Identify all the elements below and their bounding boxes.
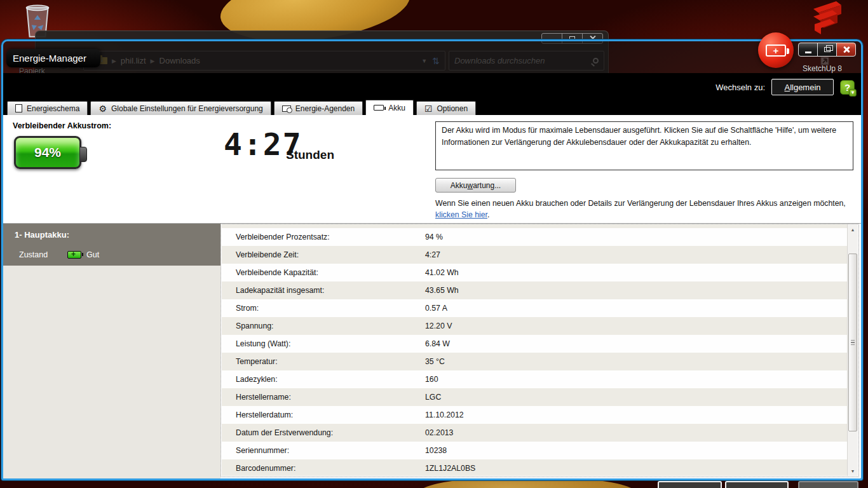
battery-percent: 94% xyxy=(34,145,61,160)
detail-label: Herstellername: xyxy=(222,393,425,402)
table-row: Ladekapazität insgesamt:43.65 Wh xyxy=(222,281,847,299)
detail-value: 41.02 Wh xyxy=(425,268,459,277)
switch-to-label: Wechseln zu: xyxy=(715,83,765,92)
energy-manager-logo-icon: + xyxy=(758,32,794,68)
detail-label: Herstellerdatum: xyxy=(222,410,425,419)
detail-label: Verbleibende Kapazität: xyxy=(222,268,425,277)
tab-content: Verbleibender Akkustrom: 94% 4:27 Stunde… xyxy=(3,115,861,478)
restore-icon xyxy=(824,47,831,52)
table-row: Spannung:12.20 V xyxy=(222,317,847,335)
battery-details-table: Verbleibender Prozentsatz:94 % Verbleibe… xyxy=(220,224,859,477)
tab-energieschema[interactable]: Energieschema xyxy=(7,101,88,115)
table-row: Strom:0.57 A xyxy=(222,299,847,317)
detail-label: Leistung (Watt): xyxy=(222,339,425,348)
sketchup-label[interactable]: SketchUp 8 xyxy=(803,64,842,73)
detail-label: Seriennummer: xyxy=(222,446,425,455)
remaining-charge-label: Verbleibender Akkustrom: xyxy=(13,121,111,130)
minimize-icon xyxy=(805,51,811,53)
detail-value: 1ZL1J2AL0BS xyxy=(425,464,475,473)
table-row: Datum der Erstverwendung:02.2013 xyxy=(222,424,847,442)
detail-value: 35 °C xyxy=(425,357,445,366)
window-controls xyxy=(799,43,856,57)
click-here-link[interactable]: klicken Sie hier xyxy=(435,210,487,219)
table-row: Verbleibender Prozentsatz:94 % xyxy=(222,228,847,246)
detail-label: Ladezyklen: xyxy=(222,375,425,384)
bottom-partial-button-2[interactable] xyxy=(725,481,789,488)
detail-label: Ladekapazität insgesamt: xyxy=(222,286,425,295)
detail-value: 02.2013 xyxy=(425,428,453,437)
help-icon[interactable]: ? ▾ xyxy=(840,80,855,95)
table-rows: Verbleibender Prozentsatz:94 % Verbleibe… xyxy=(222,224,847,476)
battery-side-panel: 1- Hauptakku: Zustand Gut xyxy=(3,224,220,478)
state-label: Zustand xyxy=(19,250,48,259)
battery-mode-info-box: Der Akku wird im Modus für maximale Lebe… xyxy=(435,121,853,170)
tab-akku[interactable]: Akku xyxy=(365,100,414,115)
close-icon xyxy=(843,46,850,53)
battery-graphic: 94% xyxy=(14,136,81,169)
tab-bar: Energieschema ⚙ Globale Einstellungen fü… xyxy=(3,100,861,115)
state-value: Gut xyxy=(86,250,99,259)
remaining-time-unit: Stunden xyxy=(286,148,334,162)
detail-value: 43.65 Wh xyxy=(425,286,459,295)
minimize-button[interactable] xyxy=(798,43,818,57)
detail-value: 4:27 xyxy=(425,250,440,259)
battery-icon xyxy=(374,105,384,111)
header-bar: Wechseln zu: Allgemein ? ▾ xyxy=(3,73,861,100)
battery-hint-text: Wenn Sie einen neuen Akku brauchen oder … xyxy=(435,198,861,209)
gear-icon: ⚙ xyxy=(98,104,107,113)
table-row: Temperatur:35 °C xyxy=(222,353,847,370)
table-scrollbar[interactable]: ▲ ▼ xyxy=(847,224,858,476)
checkbox-icon: ☑ xyxy=(424,104,433,113)
detail-label: Verbleibende Zeit: xyxy=(222,250,425,259)
help-dropdown-icon[interactable]: ▾ xyxy=(849,89,857,97)
table-row: Seriennummer:10238 xyxy=(222,442,847,459)
detail-label: Spannung: xyxy=(222,322,425,330)
detail-value: 94 % xyxy=(425,233,443,241)
window-title: Energie-Manager xyxy=(6,49,100,67)
close-button[interactable] xyxy=(836,43,856,57)
detail-label: Datum der Erstverwendung: xyxy=(222,428,425,437)
detail-value: 6.84 W xyxy=(425,339,450,348)
table-row: Ladezyklen:160 xyxy=(222,370,847,388)
table-row: Herstellername:LGC xyxy=(222,388,847,406)
table-row: Barcodenummer:1ZL1J2AL0BS xyxy=(222,459,847,476)
hint-period: . xyxy=(487,210,489,219)
energy-manager-window: Energie-Manager Wechseln zu: Allgemein ?… xyxy=(1,39,863,480)
scrollbar-thumb[interactable] xyxy=(848,254,857,431)
detail-value: 160 xyxy=(425,375,438,384)
detail-value: LGC xyxy=(425,393,441,402)
scroll-up-icon[interactable]: ▲ xyxy=(848,224,858,234)
battery-panel-header: 1- Hauptakku: Zustand Gut xyxy=(3,224,220,266)
bottom-partial-button-3[interactable] xyxy=(798,481,858,488)
tab-optionen[interactable]: ☑ Optionen xyxy=(416,101,476,115)
scroll-down-icon[interactable]: ▼ xyxy=(848,466,858,476)
detail-label: Verbleibender Prozentsatz: xyxy=(222,233,425,241)
detail-value: 11.10.2012 xyxy=(425,410,464,419)
detail-label: Temperatur: xyxy=(222,357,425,366)
tab-energie-agenden[interactable]: Energie-Agenden xyxy=(274,101,363,115)
scrollbar-grip xyxy=(851,340,855,345)
table-row: Verbleibende Zeit:4:27 xyxy=(222,246,847,264)
allgemein-button[interactable]: Allgemein xyxy=(771,79,834,95)
table-row: Leistung (Watt):6.84 W xyxy=(222,335,847,353)
monitor-clock-icon xyxy=(282,105,291,112)
detail-value: 10238 xyxy=(425,446,447,455)
titlebar: Energie-Manager xyxy=(3,41,861,73)
bottom-partial-button-1[interactable] xyxy=(658,481,722,488)
detail-value: 0.57 A xyxy=(425,304,447,313)
detail-label: Barcodenummer: xyxy=(222,464,425,473)
detail-value: 12.20 V xyxy=(425,322,452,330)
restore-button[interactable] xyxy=(817,43,837,57)
document-icon xyxy=(15,104,22,112)
small-battery-icon xyxy=(67,251,81,259)
detail-label: Strom: xyxy=(222,304,425,313)
table-row: Herstellerdatum:11.10.2012 xyxy=(222,406,847,424)
main-battery-title: 1- Hauptakku: xyxy=(15,230,69,240)
logo-battery-icon: + xyxy=(766,44,786,57)
battery-maintenance-button[interactable]: Akkuwartung... xyxy=(435,178,516,193)
tab-globale-einstellungen[interactable]: ⚙ Globale Einstellungen für Energieverso… xyxy=(90,101,271,115)
sketchup-icon[interactable] xyxy=(804,0,845,37)
table-row: Verbleibende Kapazität:41.02 Wh xyxy=(222,264,847,281)
